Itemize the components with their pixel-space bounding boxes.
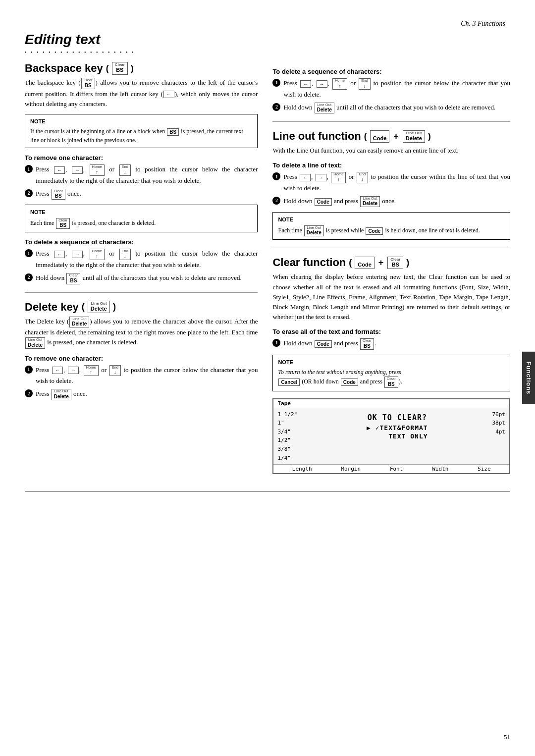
backspace-heading: Backspace key ( Clear BS )	[25, 62, 258, 75]
screen-pts: 76pt 38pt 4pt	[492, 410, 506, 463]
delete-line-step1: 1 Press ←, →, Home↑ or End↓ to position …	[272, 172, 510, 193]
bs-cancel-key: ClearBS	[384, 377, 398, 388]
footer-length: Length	[292, 466, 312, 472]
bs-key2: Clear BS	[387, 257, 403, 269]
del-seq-step-num-2: 2	[25, 273, 33, 281]
erase-all-title: To erase all of the text and formats:	[272, 328, 510, 335]
screen-content: OK TO CLEAR? ▶ ✓TEXT&FORMAT TEXT ONLY	[302, 410, 492, 463]
delete-remove-step2: 2 Press Line OutDelete once.	[25, 389, 258, 400]
bs-key: Clear BS	[112, 62, 128, 74]
clear-function-title: Clear function	[272, 256, 346, 269]
chapter-header: Ch. 3 Functions	[25, 20, 510, 28]
screen-display: Tape 1 1/2" 1" 3/4" 1/2" 3/8" 1/4" OK TO…	[272, 398, 510, 475]
del-seq-step1-content: Press ←, →, Home↑ or End↓ to position th…	[36, 249, 258, 270]
right-column: To delete a sequence of characters: 1 Pr…	[272, 62, 510, 481]
note1-title: NOTE	[30, 117, 252, 126]
code-key2: Code	[355, 257, 374, 269]
del-seq-step1: 1 Press ←, →, Home↑ or End↓ to position …	[25, 249, 258, 270]
screen-footer: Length Margin Font Width Size	[273, 464, 509, 473]
code-key2-main: Code	[358, 262, 372, 268]
delete-remove-step1: 1 Press ←, →, Home↑ or End↓ to position …	[25, 365, 258, 386]
cancel-key: Cancel	[278, 378, 300, 386]
code-note-key: Code	[366, 227, 383, 235]
delete-seq-title-left: To delete a sequence of characters:	[25, 238, 258, 246]
line-out-heading: Line out function ( Code + Line Out Dele…	[272, 130, 510, 143]
delete-key-main-label: Delete	[91, 306, 107, 312]
bs-key2-top: Clear	[390, 258, 400, 262]
code-key1-label	[379, 131, 380, 135]
backspace-note1: NOTE If the cursor is at the beginning o…	[25, 114, 258, 149]
home-key4: Home↑	[332, 78, 347, 90]
remove-one-char-title: To remove one character:	[25, 154, 258, 162]
line-out-body: With the Line Out function, you can easi…	[272, 146, 510, 156]
del-seq-step2: 2 Hold down ClearBS until all of the cha…	[25, 273, 258, 284]
note1-text: If the cursor is at the beginning of a l…	[30, 127, 252, 145]
delete-note-key: Line OutDelete	[304, 225, 324, 237]
line-out-note-text: Each time Line OutDelete is pressed whil…	[278, 225, 505, 237]
left-key2: ←	[54, 251, 65, 258]
erase-all-num-1: 1	[272, 339, 280, 347]
home-key5: Home↑	[331, 172, 346, 183]
right-key4: →	[317, 80, 327, 88]
code-key2-label	[364, 258, 365, 262]
bs-inline-key: ClearBS	[81, 78, 95, 89]
left-key4: ←	[300, 80, 311, 88]
delete-remove-one-title: To remove one character:	[25, 355, 258, 362]
delete-key-box: Line Out Delete	[88, 301, 110, 313]
left-column: Backspace key ( Clear BS ) The backspace…	[25, 62, 258, 481]
delete-key2: Line Out Delete	[403, 130, 425, 143]
divider2	[272, 121, 510, 122]
delete-seq-title-right: To delete a sequence of characters:	[272, 68, 510, 75]
right-key5: →	[316, 174, 326, 181]
bs-key-main-label: BS	[116, 67, 123, 73]
right-del-seq-num-2: 2	[272, 103, 280, 111]
backspace-note2: NOTE Each time ClearBS is pressed, one c…	[25, 205, 258, 232]
remove-step2: 2 Press ClearBS once.	[25, 189, 258, 200]
home-key2: Home↑	[90, 249, 105, 260]
delete-step-num-1: 1	[25, 366, 33, 374]
delete-line-steps: 1 Press ←, →, Home↑ or End↓ to position …	[272, 172, 510, 207]
code-key1-main: Code	[373, 135, 387, 142]
clear-note-text: To return to the text without erasing an…	[278, 368, 505, 388]
remove-one-steps: 1 Press ←, →, Home↑ or End↓ to position …	[25, 164, 258, 200]
right-del-seq-step1-content: Press ←, →, Home↑ or End↓ to position th…	[283, 78, 510, 100]
footer-font: Font	[390, 466, 403, 472]
left-cursor-key-inline: ←	[163, 91, 174, 98]
bottom-divider	[25, 491, 510, 491]
delete-hold-key: Line OutDelete	[315, 103, 334, 114]
divider1	[25, 292, 258, 293]
bs-note-key: BS	[167, 128, 179, 136]
step-num-2: 2	[25, 189, 33, 197]
clear-function-body: When clearing the display before enterin…	[272, 272, 510, 322]
right-del-seq-step1: 1 Press ←, →, Home↑ or End↓ to position …	[272, 78, 510, 100]
end-key4: End↓	[359, 78, 370, 90]
remove-step1: 1 Press ←, →, Home↑ or End↓ to position …	[25, 164, 258, 186]
remove-step1-content: Press ←, →, Home↑ or End↓ to position th…	[36, 164, 258, 186]
delete-inline-key: Line OutDelete	[69, 317, 89, 328]
right-key2: →	[72, 251, 83, 258]
delete-line-step2: 2 Hold down Code and press Line OutDelet…	[272, 196, 510, 208]
delete-line-step1-content: Press ←, →, Home↑ or End↓ to position th…	[283, 172, 510, 193]
delete-remove-step2-content: Press Line OutDelete once.	[36, 389, 258, 400]
screen-line1: OK TO CLEAR?	[302, 413, 492, 422]
functions-tab: Functions	[522, 352, 535, 404]
right-del-seq-num-1: 1	[272, 79, 280, 87]
line-out-note: NOTE Each time Line OutDelete is pressed…	[272, 212, 510, 240]
delete-once-key: Line OutDelete	[52, 389, 71, 400]
bs-step2-key: ClearBS	[52, 189, 65, 200]
delete-step-num-2: 2	[25, 389, 33, 397]
note2-text: Each time ClearBS is pressed, one charac…	[30, 218, 252, 229]
delete-inline-key2: Line OutDelete	[25, 337, 45, 349]
screen-header: Tape	[273, 399, 509, 408]
size-5: 3/8"	[277, 445, 297, 454]
delete-seq-steps-right: 1 Press ←, →, Home↑ or End↓ to position …	[272, 78, 510, 113]
bs-key-top-label: Clear	[115, 63, 125, 67]
end-key5: End↓	[357, 172, 368, 183]
code-cancel-key: Code	[341, 378, 358, 386]
left-key3: ←	[52, 367, 63, 374]
erase-all-step1-content: Hold down Code and press ClearBS.	[283, 338, 510, 350]
page: Functions Ch. 3 Functions Editing text •…	[0, 0, 535, 756]
delete-press-key: Line OutDelete	[360, 196, 380, 208]
bs-key2-main: BS	[392, 262, 399, 268]
remove-step2-content: Press ClearBS once.	[36, 189, 258, 200]
